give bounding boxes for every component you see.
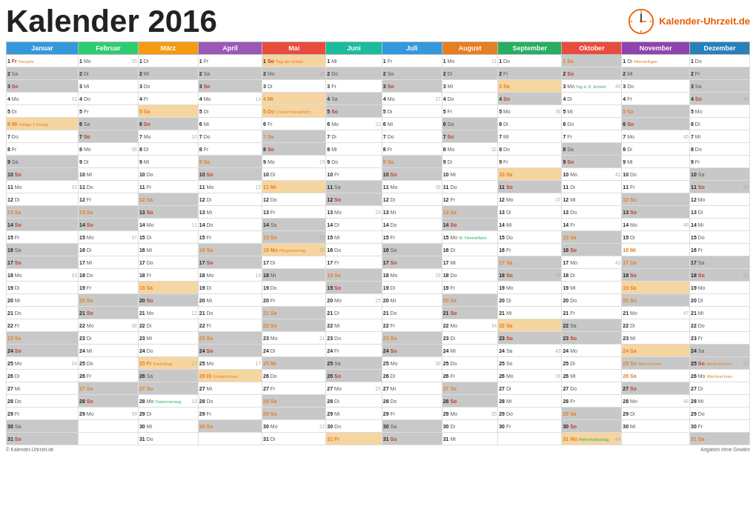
jul-28: 28 Do — [382, 395, 442, 408]
mai-19: 19 Do — [262, 282, 326, 294]
table-row: 20 Mi 20 Sa 20 So 20 Mi 20 Fr 20 Mo 25 2… — [7, 294, 750, 307]
sep-7: 7 Mi — [498, 130, 562, 143]
mai-12: 12 Do — [262, 193, 326, 206]
apr-8: 8 Fr — [198, 143, 262, 156]
jan-6: 6 Mi Heilige 3 Könige — [7, 118, 79, 130]
month-header-nov: November — [622, 42, 690, 55]
jan-14: 14 So — [7, 219, 79, 231]
apr-30: 30 Sa — [198, 420, 262, 433]
jul-12: 12 Di — [382, 193, 442, 206]
mai-20: 20 Fr — [262, 294, 326, 307]
sep-27: 27 Di — [498, 382, 562, 395]
jan-30: 30 Sa — [7, 420, 79, 433]
jan-27: 27 Mi — [7, 382, 79, 395]
table-row: 17 So 17 Mi 17 Do 17 So 17 Di 17 Fr 17 S… — [7, 256, 750, 269]
apr-21: 21 Do — [198, 307, 262, 319]
aug-13: 13 Sa — [442, 206, 497, 219]
dez-24: 24 Sa — [690, 345, 750, 357]
jun-3: 3 Fr — [326, 80, 382, 93]
okt-22: 22 Sa — [562, 319, 622, 332]
mar-17: 17 Do — [138, 256, 198, 269]
sep-9: 9 Fr — [498, 156, 562, 168]
dez-3: 3 Sa — [690, 80, 750, 93]
jul-13: 13 Mi — [382, 206, 442, 219]
mai-30: 30 Mo 22 — [262, 420, 326, 433]
okt-19: 19 Mi — [562, 282, 622, 294]
jan-28: 28 Do — [7, 395, 79, 408]
feb-3: 3 Mi — [79, 80, 139, 93]
feb-5: 5 Fr — [79, 105, 139, 118]
sep-22: 22 Sa — [498, 319, 562, 332]
sep-30: 30 Fr — [498, 420, 562, 433]
okt-11: 11 Di — [562, 181, 622, 193]
feb-8: 8 Mo 06 — [79, 143, 139, 156]
calendar-table: Januar Februar März April Mai Juni Juli … — [6, 41, 750, 445]
aug-29: 29 Mo 35 — [442, 408, 497, 420]
jan-12: 12 Di — [7, 193, 79, 206]
page-title: Kalender 2016 — [6, 6, 217, 37]
table-row: 7 Do 7 So 7 Mo 10 7 Do 7 Sa 7 Di 7 Do 7 … — [7, 130, 750, 143]
dez-19: 19 Mo — [690, 282, 750, 294]
mar-14: 14 Mo 11 — [138, 219, 198, 231]
jan-21: 21 Do — [7, 307, 79, 319]
mar-19: 19 Sa — [138, 282, 198, 294]
jan-4: 4 Mo 01 — [7, 93, 79, 105]
jul-23: 23 Sa — [382, 332, 442, 345]
jul-9: 9 Sa — [382, 156, 442, 168]
table-row: 24 So 24 Mi 24 Do 24 So 24 Di 24 Fr 24 S… — [7, 345, 750, 357]
jan-10: 10 So — [7, 168, 79, 181]
dez-11: 11 So 50 — [690, 181, 750, 193]
apr-27: 27 Mi — [198, 382, 262, 395]
nov-6: 6 So — [622, 118, 690, 130]
aug-19: 19 Fr — [442, 282, 497, 294]
jun-17: 17 Fr — [326, 256, 382, 269]
jan-1: 1 Fr Neujahr — [7, 55, 79, 67]
dez-27: 27 Di — [690, 382, 750, 395]
apr-20: 20 Mi — [198, 294, 262, 307]
jan-3: 3 So — [7, 80, 79, 93]
aug-31: 31 Mi — [442, 433, 497, 445]
feb-17: 17 Mi — [79, 256, 139, 269]
month-header-sep: September — [498, 42, 562, 55]
header-row: Januar Februar März April Mai Juni Juli … — [7, 42, 750, 55]
feb-23: 23 Di — [79, 332, 139, 345]
jun-18: 18 Sa — [326, 269, 382, 282]
apr-15: 15 Fr — [198, 231, 262, 244]
sep-2: 2 Fr — [498, 67, 562, 80]
okt-21: 21 Fr — [562, 307, 622, 319]
jun-28: 28 Di — [326, 395, 382, 408]
mar-16: 16 Mi — [138, 244, 198, 256]
jan-31: 31 So — [7, 433, 79, 445]
okt-5: 5 Mi — [562, 105, 622, 118]
apr-17: 17 So — [198, 256, 262, 269]
table-row: 11 Mo 02 11 Do 11 Fr 11 Mo 15 11 Mi 11 S… — [7, 181, 750, 193]
mai-8: 8 So — [262, 143, 326, 156]
dez-16: 16 Fr — [690, 244, 750, 256]
jan-24: 24 So — [7, 345, 79, 357]
dez-18: 18 So 51 — [690, 269, 750, 282]
apr-31 — [198, 433, 262, 445]
table-row: 25 Mo 04 25 Do 25 Fr Karfreitag 17 25 Mo… — [7, 357, 750, 370]
month-header-jan: Januar — [7, 42, 79, 55]
mai-5: 5 Do Christi Himmelfahrt — [262, 105, 326, 118]
dez-30: 30 Fr — [690, 420, 750, 433]
nov-28: 28 Mo 48 — [622, 395, 690, 408]
table-row: 14 So 14 So 14 Mo 11 14 Do 14 Sa 14 Di 1… — [7, 219, 750, 231]
table-row: 1 Fr Neujahr 1 Mo 05 1 Di 1 Fr 1 So Tag … — [7, 55, 750, 67]
apr-4: 4 Mo 14 — [198, 93, 262, 105]
jan-2: 2 Sa — [7, 67, 79, 80]
mar-9: 9 Mi — [138, 156, 198, 168]
jun-27: 27 Mo 26 — [326, 382, 382, 395]
jul-30: 30 Sa — [382, 420, 442, 433]
mai-1: 1 So Tag der Arbeit — [262, 55, 326, 67]
apr-28: 28 Do — [198, 395, 262, 408]
okt-9: 9 So — [562, 156, 622, 168]
aug-3: 3 Mi — [442, 80, 497, 93]
nov-11: 11 Fr — [622, 181, 690, 193]
dez-6: 6 Di — [690, 118, 750, 130]
dez-5: 5 Mo — [690, 105, 750, 118]
jul-25: 25 Mo 30 — [382, 357, 442, 370]
header: Kalender 2016 Kalender-Uhrzeit.de — [6, 6, 750, 37]
jun-4: 4 Sa — [326, 93, 382, 105]
apr-25: 25 Mo 17 — [198, 357, 262, 370]
